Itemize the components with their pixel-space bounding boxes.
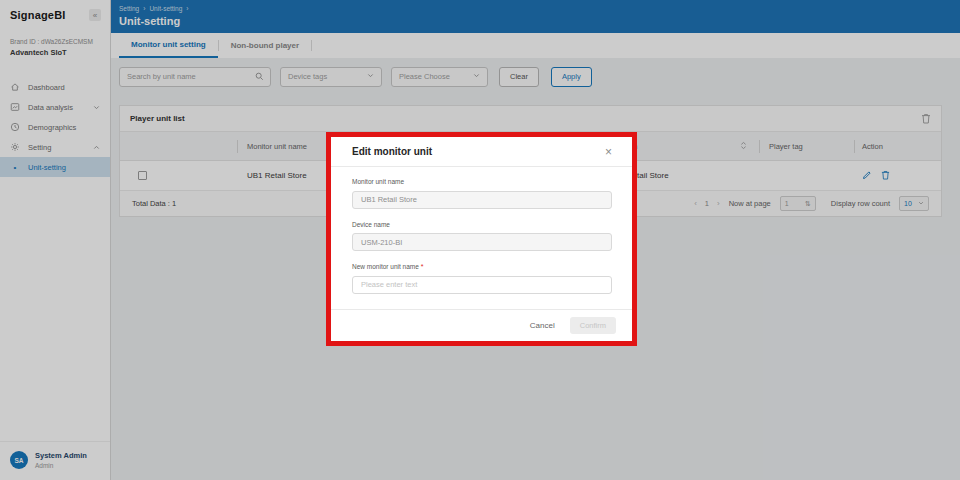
new-monitor-unit-name-label: New monitor unit name* — [352, 263, 612, 270]
cancel-button[interactable]: Cancel — [530, 321, 555, 330]
required-asterisk: * — [421, 263, 424, 270]
monitor-unit-name-label: Monitor unit name — [352, 178, 612, 185]
monitor-unit-name-field[interactable] — [352, 191, 612, 209]
new-monitor-unit-name-field[interactable] — [352, 276, 612, 294]
confirm-button[interactable]: Confirm — [570, 317, 616, 334]
device-name-label: Device name — [352, 221, 612, 228]
edit-monitor-unit-modal: Edit monitor unit × Monitor unit name De… — [326, 132, 637, 346]
app-window: SignageBI « Brand ID : dWa26ZsECMSM Adva… — [0, 0, 960, 480]
modal-title: Edit monitor unit — [352, 146, 432, 157]
device-name-field[interactable] — [352, 233, 612, 251]
close-icon[interactable]: × — [605, 146, 612, 158]
